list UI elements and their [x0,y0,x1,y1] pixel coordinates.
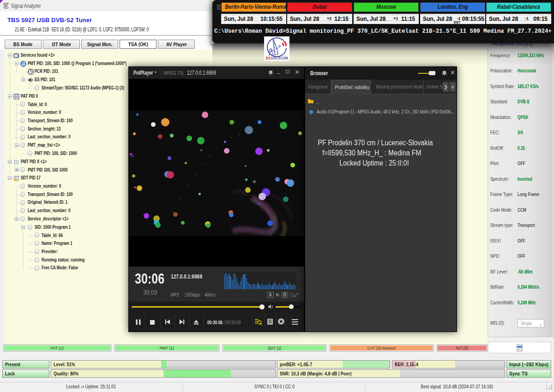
svg-text:SATCS.COM: SATCS.COM [271,56,288,60]
svg-text:DX: DX [266,56,271,60]
